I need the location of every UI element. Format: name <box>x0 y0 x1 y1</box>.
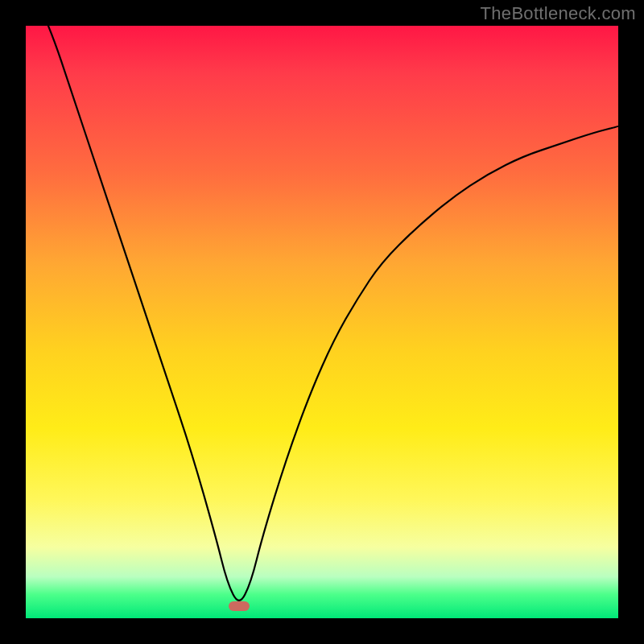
plot-area <box>26 26 618 618</box>
chart-frame: TheBottleneck.com <box>0 0 644 644</box>
bottleneck-curve <box>26 26 618 618</box>
minimum-marker <box>229 601 250 611</box>
watermark-text: TheBottleneck.com <box>481 3 636 24</box>
